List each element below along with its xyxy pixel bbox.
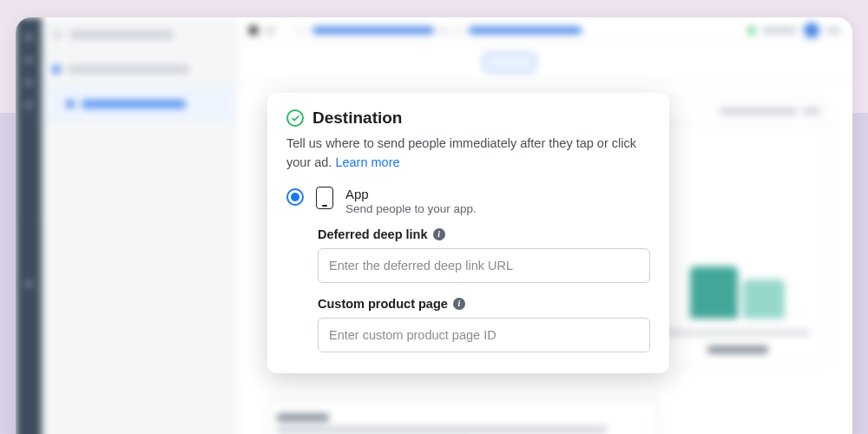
lower-card <box>267 399 658 434</box>
app-window: Destination Tell us where to send people… <box>16 17 852 434</box>
option-title: App <box>345 187 477 201</box>
preview-card <box>646 97 828 366</box>
app-radio[interactable] <box>286 188 304 206</box>
custom-page-label: Custom product page <box>318 297 448 311</box>
campaign-tree-panel <box>42 17 237 434</box>
destination-card: Destination Tell us where to send people… <box>267 93 669 373</box>
info-icon[interactable]: i <box>433 228 445 240</box>
custom-product-page-input[interactable] <box>318 318 650 352</box>
sub-toolbar <box>237 43 852 82</box>
modal-title: Destination <box>312 108 402 128</box>
learn-more-link[interactable]: Learn more <box>335 155 399 169</box>
info-icon[interactable]: i <box>453 298 465 310</box>
top-bar <box>237 17 852 43</box>
option-subtitle: Send people to your app. <box>345 202 477 215</box>
check-circle-icon <box>286 109 304 127</box>
modal-description: Tell us where to send people immediately… <box>286 135 650 173</box>
deferred-deep-link-input[interactable] <box>318 248 650 283</box>
phone-icon <box>316 187 333 209</box>
nav-rail <box>16 17 42 434</box>
deferred-label: Deferred deep link <box>318 227 428 241</box>
